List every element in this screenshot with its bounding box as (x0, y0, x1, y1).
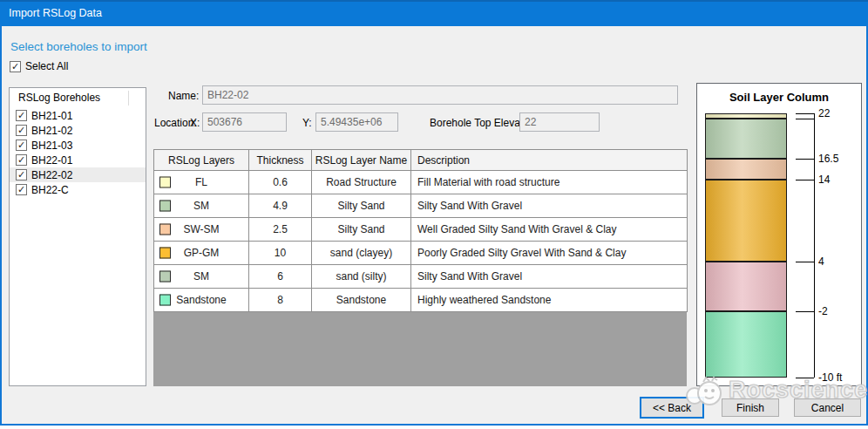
table-row: GP-GM10sand (clayey)Poorly Graded Silty … (154, 242, 688, 265)
axis-tick (796, 180, 814, 180)
layer-color-swatch (159, 224, 171, 235)
layer-code-cell: Sandstone (154, 289, 249, 312)
layer-name-cell: Silty Sand (312, 218, 411, 242)
soil-layer-block (705, 311, 787, 378)
select-all-label: Select All (25, 60, 68, 72)
dialog-border-left (0, 24, 2, 426)
borehole-label: BH21-02 (31, 125, 72, 137)
description-cell: Silty Sand With Gravel (411, 194, 688, 218)
layer-code-cell: SM (154, 194, 249, 218)
checkbox-icon[interactable]: ✓ (16, 154, 27, 166)
checkbox-icon[interactable]: ✓ (10, 61, 21, 72)
table-row: SM4.9Silty SandSilty Sand With Gravel (154, 194, 688, 218)
borehole-list-item[interactable]: ✓BH22-01 (10, 153, 146, 167)
table-header-row: RSLog Layers Thickness RSLog Layer Name … (154, 150, 688, 171)
borehole-label: BH22-02 (31, 169, 72, 181)
finish-button[interactable]: Finish (722, 398, 779, 417)
layers-table-area: RSLog Layers Thickness RSLog Layer Name … (153, 149, 687, 386)
layer-code: SM (193, 200, 209, 212)
axis-tick (796, 159, 814, 160)
axis-tick (796, 262, 814, 262)
col-layer-name: RSLog Layer Name (312, 150, 411, 171)
borehole-list-item[interactable]: ✓BH22-02 (10, 167, 146, 182)
borehole-label: BH22-C (31, 184, 69, 196)
thickness-cell: 8 (249, 289, 312, 312)
soil-layer-column-panel: Soil Layer Column 2216.5144-2-10 ft (696, 83, 862, 386)
checkbox-icon[interactable]: ✓ (16, 125, 27, 136)
thickness-cell: 6 (249, 265, 312, 289)
layer-name-cell: Road Structure (312, 171, 411, 194)
layer-color-swatch (159, 271, 171, 283)
back-button[interactable]: << Back (640, 397, 704, 419)
borehole-list-item[interactable]: ✓BH21-02 (10, 123, 146, 138)
axis-tick-label: 14 (818, 174, 830, 186)
soil-layer-block (705, 119, 787, 159)
layer-color-swatch (159, 201, 171, 212)
page-title: Select boreholes to import (10, 40, 147, 53)
borehole-list-item[interactable]: ✓BH22-C (10, 182, 146, 197)
title-bar[interactable]: Import RSLog Data (0, 0, 868, 26)
select-all-checkbox[interactable]: ✓ Select All (10, 60, 68, 72)
borehole-list-item[interactable]: ✓BH21-01 (10, 108, 146, 123)
y-label: Y: (302, 117, 312, 129)
description-cell: Highly weathered Sandstone (411, 289, 688, 312)
axis-tick (796, 113, 814, 114)
checkbox-icon[interactable]: ✓ (16, 140, 27, 151)
layer-code-cell: SW-SM (154, 218, 249, 242)
layers-table: RSLog Layers Thickness RSLog Layer Name … (153, 149, 688, 312)
col-rslog-layers: RSLog Layers (154, 150, 249, 171)
layer-code: SM (193, 270, 209, 283)
import-rslog-dialog: Import RSLog Data Select boreholes to im… (0, 0, 868, 429)
layer-code: GP-GM (184, 247, 220, 259)
cancel-button[interactable]: Cancel (794, 398, 861, 417)
layer-code: SW-SM (183, 223, 219, 235)
checkbox-icon[interactable]: ✓ (16, 184, 27, 195)
layer-color-swatch (159, 248, 171, 259)
background-strip (0, 426, 868, 429)
borehole-list-item[interactable]: ✓BH21-03 (10, 138, 146, 153)
axis-tick (796, 378, 814, 378)
borehole-label: BH21-01 (31, 110, 72, 122)
axis-tick-label: 4 (818, 255, 824, 268)
layer-color-swatch (159, 295, 171, 306)
description-cell: Fill Material with road structure (411, 171, 688, 194)
table-row: SW-SM2.5Silty SandWell Graded Silty Sand… (154, 218, 688, 242)
table-row: Sandstone8SandstoneHighly weathered Sand… (154, 289, 688, 312)
elevation-field: 22 (519, 112, 600, 132)
axis-tick (796, 311, 814, 312)
soil-column-title: Soil Layer Column (697, 91, 861, 104)
thickness-cell: 10 (249, 242, 312, 265)
borehole-list-header: RSLog Boreholes (10, 88, 146, 108)
description-cell: Well Graded Silty Sand With Gravel & Cla… (411, 218, 688, 242)
borehole-list: RSLog Boreholes ✓BH21-01✓BH21-02✓BH21-03… (9, 87, 146, 386)
y-field: 5.49435e+06 (315, 112, 398, 132)
soil-layer-block (705, 159, 787, 180)
thickness-cell: 0.6 (249, 171, 312, 194)
table-row: SM6sand (silty)Silty Sand With Gravel (154, 265, 688, 289)
layer-name-cell: sand (silty) (312, 265, 411, 289)
x-field: 503676 (202, 112, 287, 132)
axis-tick-label: 16.5 (818, 153, 838, 165)
col-thickness: Thickness (249, 150, 312, 171)
layer-name-cell: Sandstone (312, 289, 411, 312)
description-cell: Silty Sand With Gravel (411, 265, 688, 289)
soil-layer-block (705, 262, 787, 311)
checkbox-icon[interactable]: ✓ (16, 169, 27, 180)
borehole-items: ✓BH21-01✓BH21-02✓BH21-03✓BH22-01✓BH22-02… (10, 108, 146, 197)
layer-name-cell: Silty Sand (312, 194, 411, 218)
checkbox-icon[interactable]: ✓ (16, 110, 27, 121)
x-label: X: (190, 117, 200, 129)
name-label: Name: (168, 90, 199, 102)
axis-tick-label: -2 (818, 305, 828, 317)
layer-code-cell: SM (154, 265, 249, 289)
borehole-label: BH22-01 (31, 154, 72, 167)
axis-tick-label: 22 (818, 107, 830, 119)
layer-code: FL (195, 176, 207, 188)
layer-color-swatch (159, 177, 171, 188)
description-cell: Poorly Graded Silty Gravel With Sand & C… (411, 242, 688, 265)
layer-code-cell: GP-GM (154, 242, 249, 265)
name-field: BH22-02 (202, 85, 678, 105)
axis-tick (796, 119, 814, 119)
layer-name-cell: sand (clayey) (312, 242, 411, 265)
layer-code: Sandstone (176, 294, 226, 306)
